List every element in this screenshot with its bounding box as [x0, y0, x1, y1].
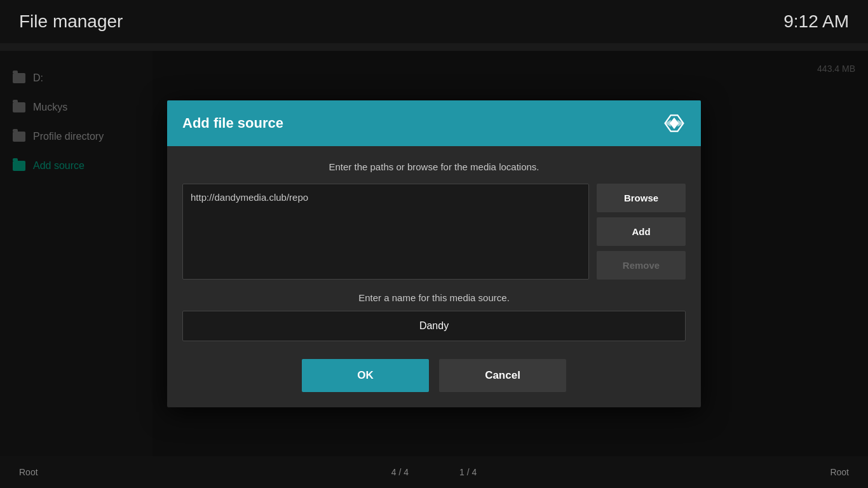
modal-overlay: Add file source Enter the paths or brows… [0, 51, 868, 456]
footer-center: 4 / 4 1 / 4 [391, 467, 477, 477]
remove-button[interactable]: Remove [597, 251, 686, 280]
svg-marker-1 [670, 118, 679, 129]
footer-pagination-right: 1 / 4 [459, 467, 477, 477]
footer-pagination-left: 4 / 4 [391, 467, 409, 477]
app-title: File manager [19, 11, 123, 32]
dialog-footer: OK Cancel [182, 359, 686, 392]
add-button[interactable]: Add [597, 217, 686, 246]
path-instruction: Enter the paths or browse for the media … [182, 161, 686, 172]
media-source-name-input[interactable] [182, 311, 686, 341]
browse-button[interactable]: Browse [597, 184, 686, 212]
cancel-button[interactable]: Cancel [439, 359, 566, 392]
ok-button[interactable]: OK [302, 359, 429, 392]
dialog-header: Add file source [167, 100, 701, 146]
path-input[interactable]: http://dandymedia.club/repo [182, 184, 589, 280]
header: File manager 9:12 AM [0, 0, 868, 43]
footer-left: Root [19, 467, 38, 477]
path-row: http://dandymedia.club/repo Browse Add R… [182, 184, 686, 280]
name-instruction: Enter a name for this media source. [182, 292, 686, 303]
footer-right: Root [830, 467, 849, 477]
kodi-logo [663, 112, 686, 135]
clock: 9:12 AM [783, 11, 849, 32]
add-file-source-dialog: Add file source Enter the paths or brows… [167, 100, 701, 407]
dialog-title: Add file source [182, 115, 283, 132]
path-action-buttons: Browse Add Remove [597, 184, 686, 280]
footer-bar: Root 4 / 4 1 / 4 Root [0, 456, 868, 488]
dialog-body: Enter the paths or browse for the media … [167, 146, 701, 407]
